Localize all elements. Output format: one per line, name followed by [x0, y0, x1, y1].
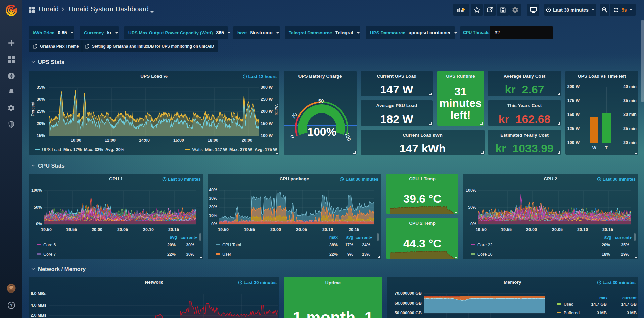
svg-text:?: ? [10, 303, 13, 308]
svg-text:50: 50 [318, 98, 324, 104]
